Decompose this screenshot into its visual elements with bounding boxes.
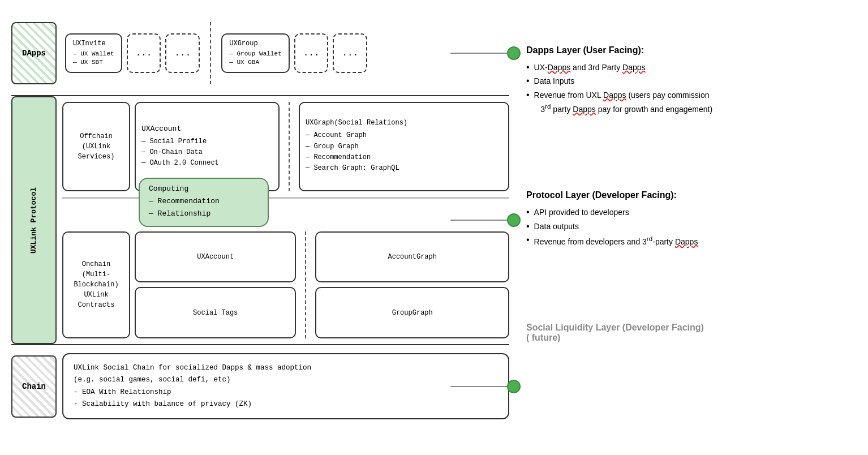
- dapps-label: DApps: [11, 22, 57, 84]
- social-tags-box: Social Tags: [135, 287, 296, 338]
- chain-desc-title: Social Liquidity Layer (Developer Facing…: [526, 323, 840, 343]
- dapps-dot: [507, 46, 521, 60]
- onchain-box: Onchain(Multi-Blockchain)UXLinkContracts: [62, 231, 130, 338]
- protocol-bottom-row: Onchain(Multi-Blockchain)UXLinkContracts…: [62, 226, 509, 344]
- dapps-desc-item-1: UX-Dapps and 3rd Party Dapps: [526, 61, 840, 74]
- dapps-vertical-divider: [210, 22, 211, 84]
- dapps-layer: DApps UXInvite — UX Wallet— UX SBT ... .…: [11, 11, 509, 96]
- dapps-desc-title: Dapps Layer (User Facing):: [526, 45, 840, 55]
- protocol-dot: [507, 213, 521, 227]
- protocol-desc-item-3: Revenue from developers and 3rd-party Da…: [526, 234, 840, 248]
- account-graph-box: AccountGraph: [315, 231, 509, 283]
- protocol-content: Offchain(UXLinkServices) UXAccount — Soc…: [62, 96, 509, 344]
- dapps-desc-list: UX-Dapps and 3rd Party Dapps Data Inputs…: [526, 61, 840, 115]
- dapps-dots-1: ...: [127, 33, 161, 73]
- dapps-dots-3: ...: [294, 33, 329, 73]
- protocol-desc-list: API provided to developers Data outputs …: [526, 206, 840, 248]
- protocol-desc-item-1: API provided to developers: [526, 206, 840, 218]
- chain-description: Social Liquidity Layer (Developer Facing…: [526, 317, 840, 354]
- uxaccount-subs: — Social Profile— On-Chain Data— OAuth 2…: [141, 136, 273, 169]
- dapps-description: Dapps Layer (User Facing): UX-Dapps and …: [526, 40, 840, 122]
- protocol-vertical-divider: [289, 102, 290, 191]
- protocol-line: [473, 220, 507, 221]
- dapps-desc-item-2: Data Inputs: [526, 75, 840, 87]
- protocol-desc-item-2: Data outputs: [526, 220, 840, 233]
- protocol-bottom-mid: UXAccount Social Tags: [135, 231, 296, 338]
- uxgraph-box: UXGraph(Social Relations) — Account Grap…: [299, 102, 509, 191]
- left-diagram-area: DApps UXInvite — UX Wallet— UX SBT ... .…: [11, 11, 509, 444]
- protocol-description: Protocol Layer (Developer Facing): API p…: [526, 184, 840, 255]
- protocol-layer: UXLink Protocol Offchain(UXLinkServices)…: [11, 96, 509, 345]
- main-diagram: DApps UXInvite — UX Wallet— UX SBT ... .…: [0, 0, 868, 455]
- uxgraph-subs: — Account Graph— Group Graph— Recommenda…: [306, 130, 502, 174]
- dapps-connector: [473, 46, 521, 60]
- protocol-desc-title: Protocol Layer (Developer Facing):: [526, 190, 840, 200]
- dapps-desc-item-3: Revenue from UXL Dapps (users pay commis…: [526, 89, 840, 115]
- offchain-box: Offchain(UXLinkServices): [62, 102, 130, 191]
- protocol-bottom-vertical-divider: [305, 231, 306, 338]
- computing-subs: — Recommendation— Relationship: [149, 195, 259, 220]
- chain-dot: [507, 380, 521, 393]
- dapps-line: [473, 53, 507, 54]
- dapps-dots-4: ...: [333, 33, 367, 73]
- uxgroup-box: UXGroup — Group Wallet— UX GBA: [221, 33, 289, 73]
- chain-content-box: UXLink Social Chain for socialized Dapps…: [62, 353, 509, 419]
- dapps-dots-2: ...: [165, 33, 200, 73]
- protocol-connector: [473, 213, 521, 227]
- uxinvite-box: UXInvite — UX Wallet— UX SBT: [65, 33, 122, 73]
- computing-wrapper: Computing — Recommendation— Relationship: [62, 198, 509, 226]
- protocol-label: UXLink Protocol: [11, 96, 57, 344]
- protocol-bottom-right: AccountGraph GroupGraph: [315, 231, 509, 338]
- computing-box: Computing — Recommendation— Relationship: [139, 178, 269, 227]
- protocol-top-row: Offchain(UXLinkServices) UXAccount — Soc…: [62, 96, 509, 198]
- right-descriptions: Dapps Layer (User Facing): UX-Dapps and …: [509, 11, 857, 444]
- uxaccount-title: UXAccount: [141, 125, 273, 133]
- group-graph-box: GroupGraph: [315, 287, 509, 338]
- chain-line: [473, 386, 507, 387]
- computing-title: Computing: [149, 184, 259, 193]
- uxaccount-bottom-box: UXAccount: [135, 231, 296, 283]
- chain-label: Chain: [11, 355, 57, 418]
- chain-connector: [473, 380, 521, 393]
- proto-mid-divider: [62, 198, 509, 199]
- chain-layer: Chain UXLink Social Chain for socialized…: [11, 345, 509, 427]
- dapps-boxes: UXInvite — UX Wallet— UX SBT ... ... UXG…: [65, 22, 509, 84]
- uxgraph-title: UXGraph(Social Relations): [306, 119, 502, 127]
